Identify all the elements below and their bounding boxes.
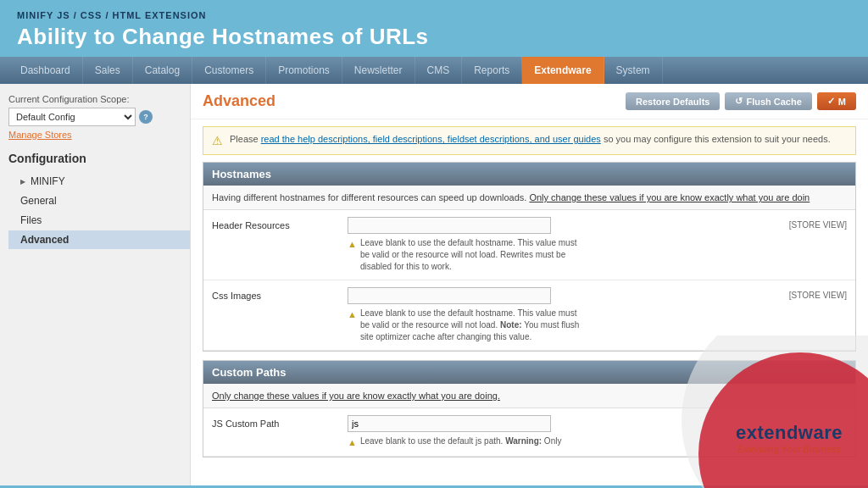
header-resources-input[interactable] [348,217,551,234]
banner-subtitle: MINIFY JS / CSS / HTML EXTENSION [17,10,851,20]
sidebar-item-files[interactable]: Files [8,211,190,230]
header-resources-row: Header Resources ▲ Leave blank to use th… [203,210,855,280]
js-custom-path-hint: ▲ Leave blank to use the default js path… [348,435,585,449]
sidebar-item-advanced[interactable]: Advanced [8,230,190,249]
info-icon: ⚠ [212,134,223,147]
hint-icon-3: ▲ [348,436,357,449]
sidebar-item-minify[interactable]: MINIFY [8,172,190,191]
content-header: Advanced Restore Defaults ↺ Flush Cache … [191,84,868,119]
sidebar-item-general[interactable]: General [8,191,190,210]
hostnames-section-desc: Having different hostnames for different… [203,186,855,210]
css-images-hint: ▲ Leave blank to use the default hostnam… [348,308,585,343]
manage-stores-link[interactable]: Manage Stores [8,130,190,140]
header-resources-input-wrap: ▲ Leave blank to use the default hostnam… [348,217,781,273]
css-images-input[interactable] [348,287,551,304]
scope-info-icon[interactable]: ? [139,110,153,124]
js-custom-path-input[interactable] [348,415,551,432]
css-images-row: Css Images ▲ Leave blank to use the defa… [203,280,855,351]
flush-cache-button[interactable]: ↺ Flush Cache [725,92,811,110]
nav-item-system[interactable]: System [604,57,663,84]
nav-item-catalog[interactable]: Catalog [133,57,192,84]
header-resources-store-view: [STORE VIEW] [789,217,847,230]
css-images-input-wrap: ▲ Leave blank to use the default hostnam… [348,287,781,343]
hostnames-section: Hostnames Having different hostnames for… [203,162,856,352]
hint-icon-2: ▲ [348,308,357,343]
extendware-tagline: Extending Your Business [736,444,843,454]
nav-item-customers[interactable]: Customers [192,57,266,84]
custom-paths-section-header: Custom Paths [203,361,855,384]
top-banner: MINIFY JS / CSS / HTML EXTENSION Ability… [0,0,868,57]
css-images-label: Css Images [212,287,348,301]
custom-paths-desc: Only change these values if you are know… [203,384,855,408]
save-button[interactable]: ✓ M [817,92,856,110]
nav-item-cms[interactable]: CMS [415,57,463,84]
nav-item-promotions[interactable]: Promotions [266,57,342,84]
nav-item-sales[interactable]: Sales [83,57,133,84]
header-buttons: Restore Defaults ↺ Flush Cache ✓ M [626,92,856,110]
check-icon: ✓ [827,96,835,107]
scope-select[interactable]: Default Config [8,108,136,126]
js-custom-path-label: JS Custom Path [212,415,348,429]
extendware-name: extendware [736,422,843,444]
header-resources-hint: ▲ Leave blank to use the default hostnam… [348,237,585,273]
sidebar-section-title: Configuration [8,152,190,165]
nav-item-dashboard[interactable]: Dashboard [8,57,83,84]
navbar: Dashboard Sales Catalog Customers Promot… [0,57,868,84]
sidebar: Current Configuration Scope: Default Con… [0,84,191,485]
info-text: Please read the help descriptions, field… [230,134,831,144]
hostnames-section-header: Hostnames [203,163,855,186]
refresh-icon: ↺ [735,96,743,107]
hostnames-warning-link[interactable]: Only change these values if you are know… [529,192,810,202]
css-images-store-view: [STORE VIEW] [789,287,847,300]
banner-title: Ability to Change Hostnames of URLs [17,24,851,50]
custom-paths-warning-link[interactable]: Only change these values if you are know… [212,391,500,401]
restore-defaults-button[interactable]: Restore Defaults [626,92,720,110]
help-link[interactable]: read the help descriptions, field descri… [261,134,601,144]
nav-item-newsletter[interactable]: Newsletter [342,57,415,84]
info-banner: ⚠ Please read the help descriptions, fie… [203,126,856,155]
scope-label: Current Configuration Scope: [8,94,190,104]
hint-icon: ▲ [348,238,357,273]
extendware-logo: extendware Extending Your Business [736,422,843,454]
nav-item-extendware[interactable]: Extendware [522,57,604,84]
header-resources-label: Header Resources [212,217,348,230]
scope-select-wrap: Default Config ? [8,108,190,126]
nav-item-reports[interactable]: Reports [462,57,522,84]
content-title: Advanced [203,92,275,110]
